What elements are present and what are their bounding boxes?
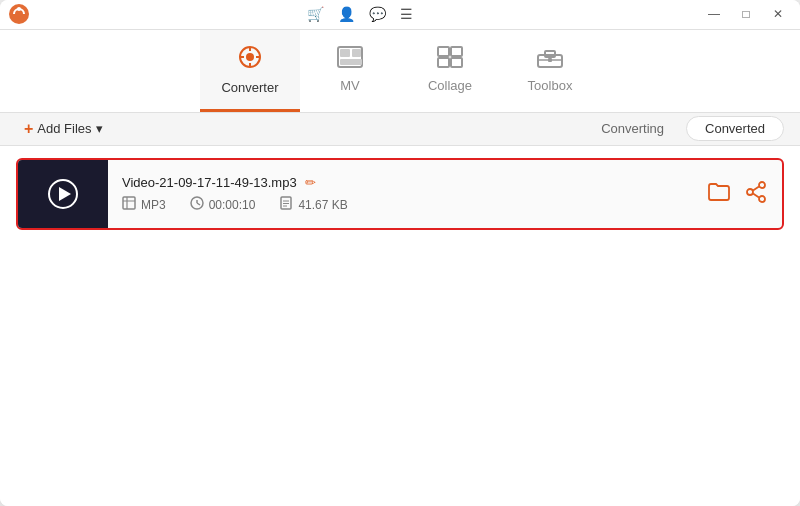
svg-rect-9 bbox=[340, 49, 350, 57]
add-files-label: Add Files bbox=[37, 121, 91, 136]
svg-rect-14 bbox=[438, 58, 449, 67]
svg-point-30 bbox=[759, 182, 765, 188]
converter-icon bbox=[237, 44, 263, 76]
add-files-dropdown-arrow: ▾ bbox=[96, 121, 103, 136]
nav-tabs-area: Converter MV Col bbox=[0, 30, 800, 113]
file-meta: MP3 00:00:10 bbox=[122, 196, 694, 213]
close-button[interactable]: ✕ bbox=[764, 4, 792, 24]
file-actions bbox=[708, 181, 782, 208]
svg-point-1 bbox=[17, 7, 21, 11]
maximize-button[interactable]: □ bbox=[732, 4, 760, 24]
profile-icon[interactable]: 👤 bbox=[338, 6, 355, 22]
open-folder-button[interactable] bbox=[708, 182, 730, 207]
app-window: 🛒 👤 💬 ☰ — □ ✕ Converter bbox=[0, 0, 800, 506]
title-bar-left bbox=[8, 3, 30, 25]
svg-point-31 bbox=[747, 189, 753, 195]
collage-icon bbox=[437, 46, 463, 74]
file-info: Video-21-09-17-11-49-13.mp3 ✏ MP3 bbox=[108, 167, 708, 221]
sub-tab-bar: + Add Files ▾ Converting Converted bbox=[0, 113, 800, 146]
cart-icon[interactable]: 🛒 bbox=[307, 6, 324, 22]
title-bar-right: — □ ✕ bbox=[700, 4, 792, 24]
file-name: Video-21-09-17-11-49-13.mp3 bbox=[122, 175, 297, 190]
file-format-item: MP3 bbox=[122, 196, 166, 213]
play-triangle-icon bbox=[59, 187, 71, 201]
minimize-button[interactable]: — bbox=[700, 4, 728, 24]
svg-line-25 bbox=[197, 203, 200, 205]
tab-collage[interactable]: Collage bbox=[400, 30, 500, 112]
tab-mv[interactable]: MV bbox=[300, 30, 400, 112]
svg-rect-12 bbox=[438, 47, 449, 56]
file-size-icon bbox=[279, 196, 293, 213]
sub-tabs: Converting Converted bbox=[583, 116, 784, 141]
menu-icon[interactable]: ☰ bbox=[400, 6, 413, 22]
file-duration-item: 00:00:10 bbox=[190, 196, 256, 213]
add-plus-icon: + bbox=[24, 120, 33, 138]
file-size: 41.67 KB bbox=[298, 198, 347, 212]
sub-tab-converted[interactable]: Converted bbox=[686, 116, 784, 141]
app-logo-icon bbox=[8, 3, 30, 25]
tab-converter-label: Converter bbox=[221, 80, 278, 95]
tab-mv-label: MV bbox=[340, 78, 360, 93]
file-size-item: 41.67 KB bbox=[279, 196, 347, 213]
tab-toolbox-label: Toolbox bbox=[528, 78, 573, 93]
svg-rect-20 bbox=[123, 197, 135, 209]
tab-collage-label: Collage bbox=[428, 78, 472, 93]
chat-icon[interactable]: 💬 bbox=[369, 6, 386, 22]
tab-converter[interactable]: Converter bbox=[200, 30, 300, 112]
svg-rect-11 bbox=[340, 59, 362, 65]
share-button[interactable] bbox=[746, 181, 766, 208]
mv-icon bbox=[337, 46, 363, 74]
svg-line-34 bbox=[753, 193, 759, 197]
file-duration: 00:00:10 bbox=[209, 198, 256, 212]
svg-line-33 bbox=[753, 186, 759, 190]
svg-point-3 bbox=[246, 53, 254, 61]
add-files-button[interactable]: + Add Files ▾ bbox=[16, 116, 111, 142]
format-icon bbox=[122, 196, 136, 213]
svg-point-32 bbox=[759, 196, 765, 202]
toolbox-icon bbox=[537, 46, 563, 74]
clock-icon bbox=[190, 196, 204, 213]
svg-rect-13 bbox=[451, 47, 462, 56]
file-row: Video-21-09-17-11-49-13.mp3 ✏ MP3 bbox=[16, 158, 784, 230]
file-name-row: Video-21-09-17-11-49-13.mp3 ✏ bbox=[122, 175, 694, 190]
svg-rect-10 bbox=[352, 49, 361, 57]
sub-tab-converting[interactable]: Converting bbox=[583, 117, 682, 140]
title-bar-icons: 🛒 👤 💬 ☰ bbox=[307, 6, 413, 22]
svg-rect-19 bbox=[548, 58, 552, 62]
main-content: Video-21-09-17-11-49-13.mp3 ✏ MP3 bbox=[0, 146, 800, 506]
tab-toolbox[interactable]: Toolbox bbox=[500, 30, 600, 112]
edit-filename-icon[interactable]: ✏ bbox=[305, 175, 316, 190]
play-button[interactable] bbox=[48, 179, 78, 209]
file-format: MP3 bbox=[141, 198, 166, 212]
title-bar: 🛒 👤 💬 ☰ — □ ✕ bbox=[0, 0, 800, 30]
file-thumbnail bbox=[18, 158, 108, 230]
svg-rect-15 bbox=[451, 58, 462, 67]
